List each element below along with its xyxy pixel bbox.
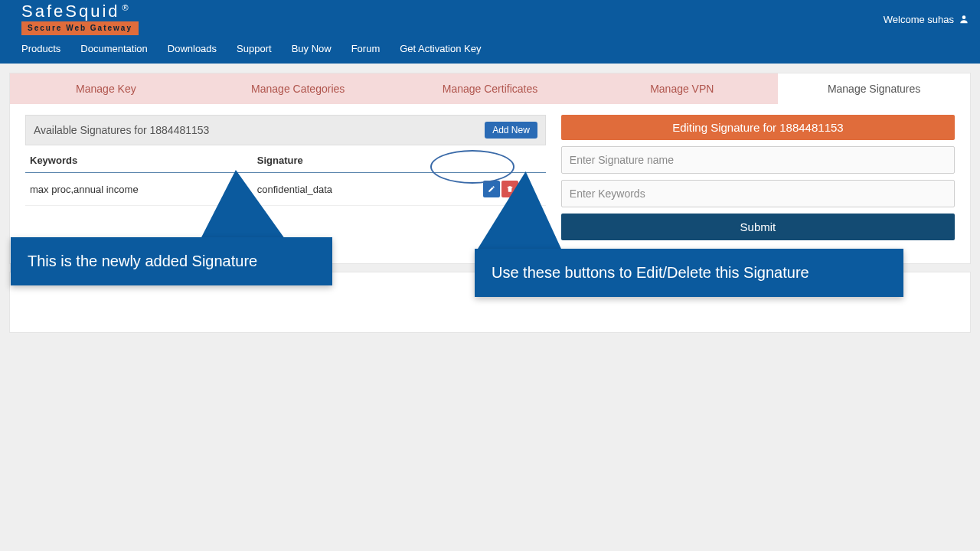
signature-keywords-input[interactable] — [561, 180, 955, 207]
callout-edit-delete: Use these buttons to Edit/Delete this Si… — [475, 249, 903, 297]
nav-support[interactable]: Support — [237, 43, 272, 54]
nav-documentation[interactable]: Documentation — [80, 43, 147, 54]
tab-manage-signatures[interactable]: Manage Signatures — [778, 73, 970, 104]
pencil-icon — [488, 184, 495, 194]
submit-button[interactable]: Submit — [561, 214, 955, 240]
top-header: SafeSquid ® Secure Web Gateway Welcome s… — [0, 0, 980, 64]
nav-buy-now[interactable]: Buy Now — [292, 43, 332, 54]
nav-downloads[interactable]: Downloads — [168, 43, 217, 54]
brand-tagline: Secure Web Gateway — [21, 21, 139, 35]
col-keywords: Keywords — [25, 148, 253, 173]
nav-activation-key[interactable]: Get Activation Key — [400, 43, 481, 54]
col-signature: Signature — [253, 148, 416, 173]
callout-new-signature: This is the newly added Signature — [11, 237, 332, 285]
tab-bar: Manage Key Manage Categories Manage Cert… — [10, 73, 970, 104]
signature-name-input[interactable] — [561, 146, 955, 174]
signature-editor-panel: Editing Signature for 1884481153 Submit — [561, 115, 955, 240]
nav-products[interactable]: Products — [21, 43, 60, 54]
brand-name: SafeSquid — [21, 3, 120, 20]
callout-new-signature-text: This is the newly added Signature — [28, 253, 257, 269]
svg-point-0 — [962, 15, 966, 19]
user-icon — [959, 14, 969, 24]
cell-signature: confidential_data — [253, 173, 416, 206]
main-nav: Products Documentation Downloads Support… — [0, 35, 980, 64]
welcome-user[interactable]: Welcome suhas — [884, 14, 969, 25]
tab-manage-categories[interactable]: Manage Categories — [202, 73, 394, 104]
callout-edit-delete-text: Use these buttons to Edit/Delete this Si… — [492, 264, 809, 281]
nav-forum[interactable]: Forum — [351, 43, 381, 54]
tab-manage-key[interactable]: Manage Key — [10, 73, 202, 104]
tab-manage-certificates[interactable]: Manage Certificates — [394, 73, 586, 104]
tab-manage-vpn[interactable]: Manage VPN — [586, 73, 778, 104]
signatures-panel-title: Available Signatures for 1884481153 — [34, 124, 209, 136]
brand-registered-mark: ® — [122, 4, 131, 12]
brand-logo: SafeSquid ® Secure Web Gateway — [21, 3, 139, 35]
welcome-text: Welcome suhas — [884, 14, 954, 25]
add-new-button[interactable]: Add New — [485, 122, 537, 139]
editor-title: Editing Signature for 1884481153 — [561, 115, 955, 140]
